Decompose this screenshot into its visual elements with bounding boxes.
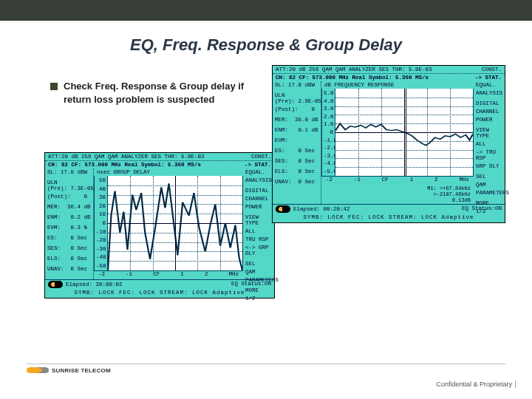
sub-right: -> STAT. — [245, 162, 271, 168]
readout: -40 — [96, 254, 106, 260]
right-menu: EQUAL.ANALYSISDIGITALCHANNELPOWERVIEW TY… — [243, 168, 274, 279]
analyzer-header: ATT:20 dB 256 QAM QAM ANALYZER SES THR: … — [273, 66, 505, 74]
tick: MHz — [228, 271, 239, 279]
tick: 1 — [410, 177, 414, 185]
tick: 2 — [205, 271, 208, 279]
analyzer-footer: Elapsed: 00:20:42 EQ Status:ON SYMB: LOC… — [273, 204, 505, 221]
x-axis: -2-1CF12MHz — [321, 176, 474, 185]
readout: 1/2 — [245, 296, 256, 301]
header-left: ATT:20 dB 256 QAM QAM ANALYZER SES THR: … — [276, 66, 432, 72]
readout: ENM: 0.1 dB — [275, 127, 318, 133]
readout: MER: 38.0 dB — [275, 117, 318, 123]
readout: 4.0 — [324, 98, 333, 104]
elapsed: Elapsed: 00:20:42 — [293, 206, 350, 212]
left-readouts: SL: 17.8 dBWULN (Pre): 7.3E-05(Post): 0M… — [45, 168, 94, 279]
readout: ANALYSIS — [476, 90, 502, 96]
confidential-text: Confidential & Proprietary — [436, 381, 516, 388]
readout: CHANNEL — [476, 109, 499, 115]
readout: 0 — [96, 220, 106, 226]
analyzer-subheader: CH: 82 CF: 573.000 MHz Real Symbol: 5.36… — [273, 74, 505, 81]
readout: SEL — [476, 174, 486, 180]
readout: -5.0 — [324, 168, 333, 174]
right-menu: EQUAL.ANALYSISDIGITALCHANNELPOWERVIEW TY… — [474, 81, 505, 204]
readout: ES: 0 Sec — [275, 148, 318, 154]
readout: SES: 0 Sec — [47, 245, 91, 251]
readout: ANALYSIS — [245, 177, 272, 183]
tick: MHz — [459, 177, 469, 185]
readout: 2.0 — [324, 114, 333, 120]
eq-status: EQ Status:ON — [462, 205, 502, 213]
sub-left: CH: 82 CF: 573.000 MHz Real Symbol: 5.36… — [48, 162, 201, 168]
bullet-icon — [50, 83, 58, 90]
x-axis: -2-1CF12MHz — [94, 270, 243, 279]
readout: -4.0 — [324, 160, 333, 166]
readout: MORE — [245, 287, 259, 293]
logo-swirl-icon — [27, 365, 49, 375]
marker-readout: M1: =+67.84kHz =-2107.48kHz 0.13dB — [321, 185, 474, 204]
readout: ENM: 0.2 dB — [47, 214, 91, 220]
readout: SL: 17.8 dBW — [47, 169, 91, 175]
plot-banner: nsec GROUP DELAY — [94, 168, 243, 176]
readout: ULN (Pre): 2.9E-05 — [275, 92, 318, 104]
readout: EQUAL. — [245, 169, 265, 175]
analyzer-subheader: CH: 82 CF: 573.000 MHz Real Symbol: 5.36… — [45, 161, 274, 168]
tick: 1 — [180, 271, 184, 279]
readout: CHANNEL — [245, 196, 269, 202]
readout: 50 — [96, 177, 106, 183]
readout: -2.0 — [324, 145, 333, 151]
readout: PARAMETERS — [476, 190, 509, 196]
plot-canvas — [335, 89, 473, 176]
readout: ELS: 0 Sec — [275, 168, 318, 174]
footer-logo: SUNRISE TELECOM — [27, 365, 111, 375]
readout: SEL — [245, 261, 256, 267]
header-right: CONST. — [482, 66, 502, 72]
readout: UNAV: 0 Sec — [275, 179, 318, 185]
device-logo-icon — [48, 281, 63, 288]
plot-area: 50403020100-10-20-30-40-50 — [94, 176, 243, 270]
sub-right: -> STAT. — [475, 75, 502, 81]
logo-text: SUNRISE TELECOM — [52, 367, 111, 374]
readout: <-> GRP DLY — [245, 245, 272, 256]
readout: GRP DLY — [476, 163, 499, 169]
readout: EQUAL. — [476, 82, 496, 88]
separator — [27, 364, 505, 364]
readout: POWER — [245, 204, 262, 210]
readout: -50 — [96, 263, 106, 269]
analyzer-footer: Elapsed: 30:00:02 EQ Status:ON SYMB: LOC… — [45, 279, 274, 296]
readout: DIGITAL — [245, 188, 269, 194]
readout: ALL — [476, 141, 486, 147]
analyzer-header: ATT:20 dB 256 QAM QAM ANALYZER SES THR: … — [45, 153, 274, 161]
readout: QAM — [245, 269, 256, 275]
readout: (Post): 0 — [275, 106, 318, 112]
readout: UNAV: 0 Sec — [47, 266, 91, 272]
readout: EVM: 0.3 % — [47, 225, 91, 231]
readout: 30 — [96, 194, 106, 200]
readout: 10 — [96, 211, 106, 217]
readout: ALL — [245, 228, 256, 234]
header-left: ATT:20 dB 256 QAM QAM ANALYZER SES THR: … — [48, 154, 205, 160]
readout: 5.0 — [324, 90, 333, 96]
readout: SES: 0 Sec — [275, 158, 318, 164]
readout: SL: 17.0 dBW — [275, 82, 318, 88]
footer-row-2: SYMB: LOCK FEC: LOCK STREAM: LOCK Adapti… — [273, 214, 505, 221]
bullet-block: Check Freq. Response & Group delay if re… — [50, 80, 265, 106]
eq-status: EQ Status:ON — [231, 281, 271, 288]
slide-title: EQ, Freq. Response & Group Delay — [0, 35, 532, 55]
readout: ES: 0 Sec — [47, 235, 91, 241]
plot-banner: dB FREQUENCY RESPONSE — [321, 81, 474, 89]
readout: TRU RSP — [245, 236, 269, 242]
readout: -> TRU RSP — [476, 149, 502, 161]
readout: 1.0 — [324, 121, 333, 127]
tick: -2 — [326, 177, 332, 185]
header-right: CONST. — [251, 154, 271, 160]
slide: EQ, Freq. Response & Group Delay Check F… — [0, 0, 532, 399]
top-bar — [0, 0, 532, 21]
left-readouts: SL: 17.0 dBWULN (Pre): 2.9E-05(Post): 0M… — [273, 81, 321, 204]
tick: 2 — [434, 177, 438, 185]
readout: -3.0 — [324, 153, 333, 159]
readout: EVM: — [275, 137, 318, 143]
readout: VIEW TYPE — [245, 214, 272, 226]
tick: CF — [382, 177, 389, 185]
elapsed: Elapsed: 30:00:02 — [66, 282, 123, 287]
plot-canvas — [108, 176, 242, 270]
